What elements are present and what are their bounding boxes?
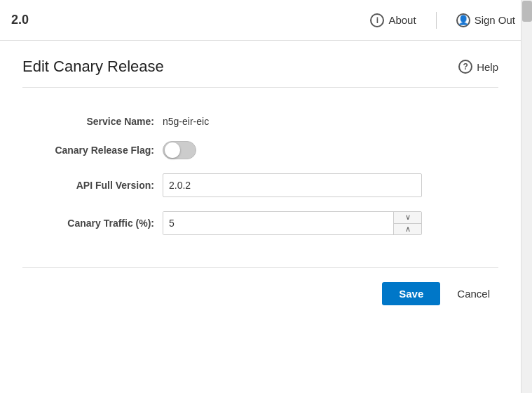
spinner-down-button[interactable]: ∨ xyxy=(394,212,421,224)
service-name-label: Service Name: xyxy=(22,116,163,127)
chevron-down-icon: ∨ xyxy=(405,213,411,222)
canary-flag-label: Canary Release Flag: xyxy=(22,145,163,156)
canary-traffic-label: Canary Traffic (%): xyxy=(22,218,163,229)
main-content: Edit Canary Release ? Help Service Name:… xyxy=(0,41,521,322)
edit-form: Service Name: n5g-eir-eic Canary Release… xyxy=(22,105,498,260)
canary-traffic-input-wrap: ∨ ∧ xyxy=(163,211,422,235)
spinner-up-button[interactable]: ∧ xyxy=(394,224,421,235)
canary-flag-row: Canary Release Flag: xyxy=(22,141,498,159)
canary-traffic-input[interactable] xyxy=(163,212,393,234)
canary-traffic-row: Canary Traffic (%): ∨ ∧ xyxy=(22,211,498,235)
top-bar-actions: i About 👤 Sign Out xyxy=(364,11,521,30)
top-bar: 2.0 i About 👤 Sign Out xyxy=(0,0,532,41)
scrollbar-thumb[interactable] xyxy=(522,1,532,22)
form-footer: Save Cancel xyxy=(22,267,498,305)
signout-button[interactable]: 👤 Sign Out xyxy=(451,11,521,30)
help-icon: ? xyxy=(458,60,472,74)
page-header: Edit Canary Release ? Help xyxy=(22,58,498,88)
about-label: About xyxy=(388,14,416,26)
info-icon: i xyxy=(370,13,384,27)
api-version-row: API Full Version: xyxy=(22,173,498,197)
service-name-value: n5g-eir-eic xyxy=(163,116,209,127)
about-button[interactable]: i About xyxy=(364,11,421,30)
canary-flag-toggle[interactable] xyxy=(163,141,196,159)
signout-label: Sign Out xyxy=(475,14,515,26)
cancel-button[interactable]: Cancel xyxy=(449,282,498,305)
person-icon: 👤 xyxy=(456,13,470,27)
top-bar-divider xyxy=(436,12,437,29)
page-title: Edit Canary Release xyxy=(22,58,164,76)
toggle-knob xyxy=(165,142,180,158)
chevron-up-icon: ∧ xyxy=(405,225,411,234)
app-version: 2.0 xyxy=(11,13,29,27)
api-version-input[interactable] xyxy=(163,173,422,197)
help-label: Help xyxy=(477,61,498,73)
service-name-row: Service Name: n5g-eir-eic xyxy=(22,116,498,127)
scrollbar[interactable] xyxy=(521,0,532,393)
save-button[interactable]: Save xyxy=(382,282,440,305)
api-version-label: API Full Version: xyxy=(22,180,163,191)
spinner-buttons: ∨ ∧ xyxy=(393,212,421,234)
help-button[interactable]: ? Help xyxy=(458,60,498,74)
